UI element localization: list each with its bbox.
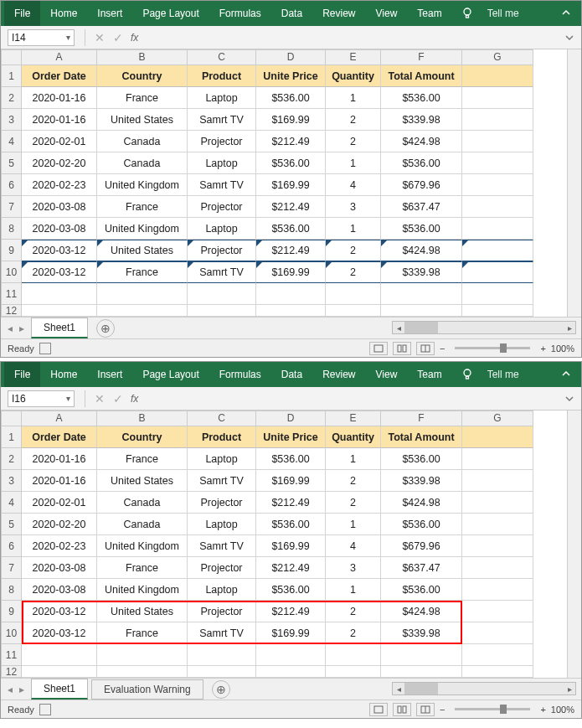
cell[interactable]: Projector [188,601,256,622]
sheet-nav-next-icon[interactable]: ▸ [16,684,28,695]
ribbon-tab-formulas[interactable]: Formulas [209,362,271,387]
macro-record-icon[interactable] [39,343,51,354]
cell[interactable]: $212.49 [256,557,326,579]
cell[interactable]: Laptop [188,514,256,535]
cell[interactable] [462,557,533,579]
cell[interactable]: 2 [326,109,381,131]
cell[interactable]: $212.49 [256,492,326,514]
cell[interactable] [462,448,533,470]
cell[interactable] [462,601,533,622]
zoom-out-button[interactable]: − [440,343,445,354]
zoom-level[interactable]: 100% [551,343,574,354]
header-cell[interactable]: Country [97,426,188,448]
cell[interactable] [462,492,533,514]
cell[interactable]: France [97,622,188,644]
zoom-level[interactable]: 100% [551,705,574,715]
cell[interactable]: $424.98 [381,240,462,261]
cell[interactable]: 2020-01-16 [22,87,97,109]
cell[interactable]: Canada [97,131,188,152]
cell[interactable]: $536.00 [381,579,462,601]
cell[interactable]: $536.00 [381,87,462,109]
cell[interactable]: United States [97,109,188,131]
row-header-3[interactable]: 3 [1,470,22,492]
cell[interactable] [462,579,533,601]
cell[interactable]: $536.00 [256,152,326,174]
expand-formula-bar-icon[interactable] [558,394,581,404]
header-cell[interactable]: Product [188,65,256,87]
cell[interactable] [256,283,326,305]
col-header-B[interactable]: B [97,49,188,65]
cell[interactable] [188,644,256,666]
cell[interactable]: $536.00 [256,218,326,240]
cell[interactable]: 2020-02-20 [22,514,97,535]
cell[interactable]: Laptop [188,87,256,109]
cell[interactable]: $536.00 [381,448,462,470]
ribbon-tab-data[interactable]: Data [271,1,312,26]
macro-record-icon[interactable] [39,704,51,715]
cell[interactable]: Samrt TV [188,470,256,492]
cell[interactable]: $536.00 [381,218,462,240]
cell[interactable]: $339.98 [381,622,462,644]
cell[interactable] [97,666,188,678]
cell[interactable] [462,218,533,240]
accept-formula-icon[interactable]: ✓ [109,31,127,44]
header-cell[interactable]: Quantity [326,65,381,87]
cell[interactable] [256,644,326,666]
col-header-G[interactable]: G [462,410,533,426]
row-header-12[interactable]: 12 [1,305,22,317]
cell[interactable]: $339.98 [381,261,462,283]
cell[interactable]: $637.47 [381,557,462,579]
cell[interactable]: United States [97,470,188,492]
cell[interactable]: 2020-01-16 [22,470,97,492]
cell[interactable]: $424.98 [381,131,462,152]
row-header-2[interactable]: 2 [1,87,22,109]
vertical-scrollbar[interactable] [567,410,581,678]
col-header-E[interactable]: E [326,49,381,65]
cell[interactable]: Laptop [188,448,256,470]
row-header-7[interactable]: 7 [1,196,22,218]
cell[interactable] [326,305,381,317]
cell[interactable] [97,305,188,317]
cell[interactable]: Samrt TV [188,622,256,644]
name-box[interactable]: I14 ▾ [8,29,75,46]
cell[interactable]: Projector [188,196,256,218]
cell[interactable]: 1 [326,514,381,535]
sheet-nav-prev-icon[interactable]: ◂ [4,684,16,695]
cell[interactable] [381,666,462,678]
cancel-formula-icon[interactable]: ✕ [90,392,109,405]
cell[interactable]: 2020-02-20 [22,152,97,174]
cell[interactable] [462,87,533,109]
cell[interactable]: $169.99 [256,622,326,644]
header-cell[interactable]: Order Date [22,426,97,448]
ribbon-tab-team[interactable]: Team [407,362,451,387]
sheet-nav-next-icon[interactable]: ▸ [16,323,28,334]
cell[interactable]: Laptop [188,579,256,601]
cell[interactable]: 1 [326,152,381,174]
fx-icon[interactable]: fx [131,393,138,405]
cell[interactable]: $339.98 [381,470,462,492]
vertical-scrollbar[interactable] [567,49,581,317]
zoom-out-button[interactable]: − [440,705,445,715]
row-header-8[interactable]: 8 [1,579,22,601]
cell[interactable] [22,666,97,678]
expand-formula-bar-icon[interactable] [558,33,581,43]
cell[interactable] [462,426,533,448]
cell[interactable] [97,644,188,666]
cell[interactable]: 2 [326,601,381,622]
name-box[interactable]: I16 ▾ [8,390,75,407]
cell[interactable]: $536.00 [381,514,462,535]
name-box-dropdown-icon[interactable]: ▾ [66,394,70,403]
select-all-corner[interactable] [1,49,22,65]
cell[interactable] [462,305,533,317]
ribbon-tab-home[interactable]: Home [40,1,87,26]
select-all-corner[interactable] [1,410,22,426]
cell[interactable] [462,622,533,644]
horizontal-scrollbar[interactable]: ◂ ▸ [392,321,576,334]
header-cell[interactable]: Order Date [22,65,97,87]
ribbon-tab-home[interactable]: Home [40,362,87,387]
cell[interactable]: United States [97,240,188,261]
cell[interactable] [381,644,462,666]
ribbon-tab-review[interactable]: Review [312,362,365,387]
cell[interactable]: $679.96 [381,535,462,557]
row-header-9[interactable]: 9 [1,240,22,261]
